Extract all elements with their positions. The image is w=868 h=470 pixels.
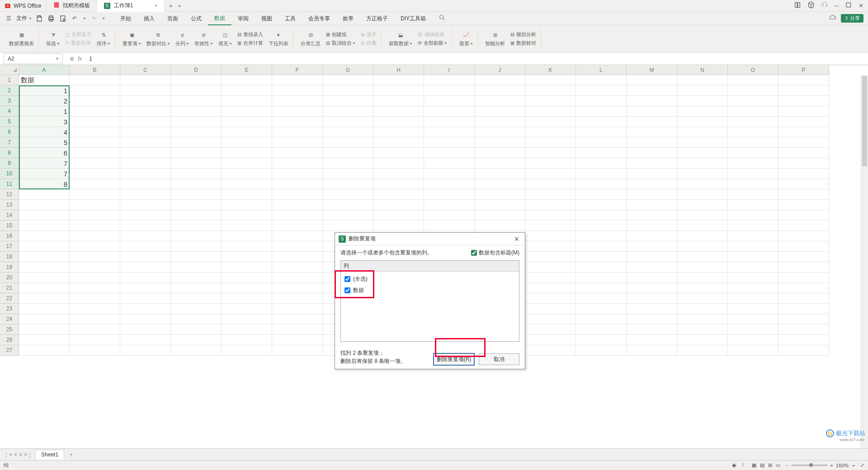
cell[interactable]	[120, 137, 171, 148]
cell[interactable]	[677, 324, 728, 335]
cell[interactable]	[677, 106, 728, 117]
tab-formula[interactable]: 公式	[184, 12, 208, 25]
cell[interactable]	[222, 200, 272, 210]
cell[interactable]	[272, 200, 323, 210]
cell[interactable]	[627, 273, 677, 283]
cell[interactable]	[576, 345, 627, 356]
zoom-in-button[interactable]: +	[830, 463, 833, 468]
cell[interactable]	[70, 335, 120, 345]
cell[interactable]	[728, 221, 778, 231]
cell[interactable]	[120, 314, 171, 324]
cell[interactable]	[70, 75, 120, 85]
column-header[interactable]: B	[70, 65, 120, 75]
cell[interactable]	[778, 262, 829, 273]
cell[interactable]	[272, 148, 323, 158]
row-header[interactable]: 20	[0, 273, 19, 283]
cell[interactable]	[525, 314, 576, 324]
cell[interactable]	[373, 158, 424, 169]
cell[interactable]	[728, 335, 778, 345]
cell[interactable]	[323, 96, 373, 106]
cell[interactable]	[627, 324, 677, 335]
cell[interactable]	[120, 231, 171, 241]
close-button[interactable]: ✕	[859, 2, 863, 9]
cell[interactable]	[728, 137, 778, 148]
row-header[interactable]: 14	[0, 210, 19, 221]
cell[interactable]	[576, 283, 627, 293]
cell[interactable]	[677, 231, 728, 241]
menu-search-button[interactable]	[435, 14, 449, 23]
cell[interactable]	[728, 293, 778, 304]
cell[interactable]	[627, 158, 677, 169]
duplicates-button[interactable]: ▣重复项	[123, 30, 141, 47]
cell[interactable]	[525, 345, 576, 356]
cell[interactable]	[70, 304, 120, 314]
cell[interactable]	[222, 210, 272, 221]
cell[interactable]: 6	[19, 148, 70, 158]
column-header[interactable]: E	[222, 65, 272, 75]
cell[interactable]	[373, 189, 424, 200]
cell[interactable]	[677, 252, 728, 262]
moon-icon[interactable]: ☾	[742, 462, 746, 468]
row-header[interactable]: 4	[0, 106, 19, 117]
chevron-down-icon[interactable]	[851, 463, 855, 468]
cell[interactable]	[70, 314, 120, 324]
cell[interactable]	[778, 189, 829, 200]
checkbox-input[interactable]	[471, 250, 477, 256]
cell[interactable]	[323, 221, 373, 231]
cell[interactable]	[576, 324, 627, 335]
cell[interactable]	[272, 179, 323, 189]
cell[interactable]	[627, 179, 677, 189]
cell[interactable]	[728, 262, 778, 273]
cell[interactable]	[627, 137, 677, 148]
group-button[interactable]: ⊞创建组	[326, 31, 355, 38]
cell[interactable]	[272, 96, 323, 106]
column-header[interactable]: G	[323, 65, 373, 75]
cell[interactable]	[222, 273, 272, 283]
cell[interactable]	[525, 252, 576, 262]
cell[interactable]	[525, 117, 576, 127]
cell[interactable]	[272, 283, 323, 293]
cell[interactable]	[576, 335, 627, 345]
cell[interactable]	[627, 345, 677, 356]
cell[interactable]	[627, 75, 677, 85]
row-header[interactable]: 9	[0, 158, 19, 169]
prev-sheet-button[interactable]: <	[14, 451, 17, 458]
fx-label[interactable]: fx	[78, 56, 82, 62]
cell[interactable]	[19, 221, 70, 231]
cell[interactable]	[272, 262, 323, 273]
cell[interactable]	[70, 210, 120, 221]
cell[interactable]	[222, 127, 272, 137]
cell[interactable]	[120, 335, 171, 345]
cell[interactable]	[525, 179, 576, 189]
column-header[interactable]: K	[525, 65, 576, 75]
page-break-button[interactable]: ⊞	[768, 462, 772, 468]
cell[interactable]	[373, 127, 424, 137]
cell[interactable]	[323, 106, 373, 117]
cell[interactable]	[373, 85, 424, 96]
cell[interactable]	[70, 117, 120, 127]
has-header-checkbox[interactable]: 数据包含标题(M)	[471, 249, 519, 257]
cell[interactable]	[525, 148, 576, 158]
cell[interactable]	[120, 200, 171, 210]
cell[interactable]	[525, 283, 576, 293]
cell[interactable]	[728, 314, 778, 324]
simulation-button[interactable]: ⊟模拟分析	[510, 31, 536, 38]
remove-duplicates-button[interactable]: 删除重复项(R)	[434, 353, 474, 365]
cell[interactable]	[272, 189, 323, 200]
cell[interactable]	[627, 106, 677, 117]
cell[interactable]	[272, 324, 323, 335]
cell[interactable]	[525, 241, 576, 252]
cell[interactable]	[222, 335, 272, 345]
cell[interactable]	[323, 200, 373, 210]
next-sheet-button[interactable]: >	[19, 451, 22, 458]
zoom-out-button[interactable]: −	[786, 463, 788, 468]
column-header[interactable]: M	[627, 65, 677, 75]
lookup-button[interactable]: ⊟查找录入	[237, 31, 263, 38]
cell[interactable]	[525, 158, 576, 169]
cell[interactable]	[272, 231, 323, 241]
row-header[interactable]: 2	[0, 85, 19, 96]
cell[interactable]: 4	[19, 127, 70, 137]
cell[interactable]	[70, 127, 120, 137]
cell[interactable]	[120, 283, 171, 293]
cell[interactable]: 1	[19, 106, 70, 117]
